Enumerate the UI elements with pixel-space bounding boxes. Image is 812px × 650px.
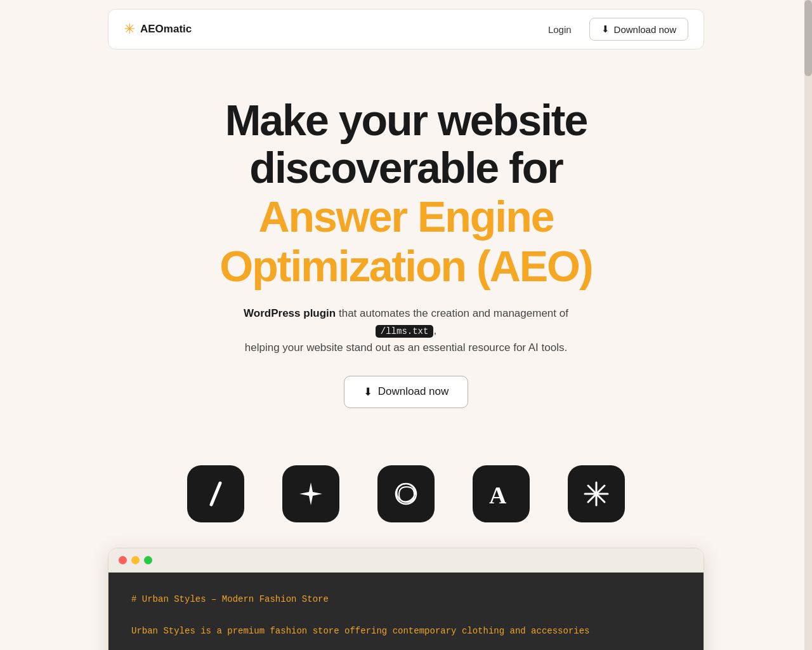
logo-text: AEOmatic [140,23,192,36]
login-button[interactable]: Login [538,19,582,40]
download-nav-label: Download now [614,24,676,35]
terminal-dot-green [144,556,152,564]
perplexity-icon [568,465,625,522]
terminal-line-blank2 [131,639,681,650]
svg-text:A: A [489,482,507,508]
anthropic-icon: A [473,465,530,522]
openai-svg [390,477,422,510]
hero-heading-line2: discoverable for [133,144,679,192]
slash-ai-icon [187,465,244,522]
description-suffix: , [433,324,436,336]
terminal-line-blank1 [131,607,681,623]
logo-icon: ✳ [124,21,135,37]
ai-icons-row: A [57,434,755,548]
description-middle: that automates the creation and manageme… [336,307,568,319]
code-tag: /llms.txt [376,325,434,338]
download-nav-icon: ⬇ [601,23,610,35]
terminal-dot-red [119,556,127,564]
plugin-label: WordPress plugin [244,307,336,319]
openai-icon [377,465,435,522]
nav-download-button[interactable]: ⬇ Download now [589,18,688,41]
hero-heading-line1: Make your website [133,96,679,144]
slash-svg [200,478,232,510]
hero-download-button[interactable]: ⬇ Download now [344,376,469,408]
stars-ai-icon [282,465,339,522]
description-line2: helping your website stand out as an ess… [245,342,567,354]
anthropic-svg: A [484,477,518,511]
terminal-body: # Urban Styles – Modern Fashion Store Ur… [108,573,704,650]
hero-heading-orange-line1: Answer Engine [133,192,679,241]
hero-heading: Make your website discoverable for Answe… [133,96,679,291]
hero-section: Make your website discoverable for Answe… [121,58,691,434]
stars-svg [294,477,327,510]
download-hero-icon: ⬇ [363,385,372,399]
navbar: ✳ AEOmatic Login ⬇ Download now [108,9,704,50]
nav-logo: ✳ AEOmatic [124,21,192,37]
hero-heading-orange-line2: Optimization (AEO) [133,241,679,291]
svg-line-0 [211,483,220,505]
scrollbar-track[interactable] [804,0,812,650]
perplexity-svg [580,477,613,510]
hero-description: WordPress plugin that automates the crea… [222,305,590,357]
terminal-header [108,548,704,573]
download-hero-label: Download now [378,385,449,398]
terminal-line-1: # Urban Styles – Modern Fashion Store [131,592,681,607]
nav-actions: Login ⬇ Download now [538,18,688,41]
terminal-window: # Urban Styles – Modern Fashion Store Ur… [108,548,704,650]
scrollbar-thumb[interactable] [804,0,812,76]
terminal-dot-yellow [131,556,140,564]
terminal-line-2: Urban Styles is a premium fashion store … [131,623,681,639]
